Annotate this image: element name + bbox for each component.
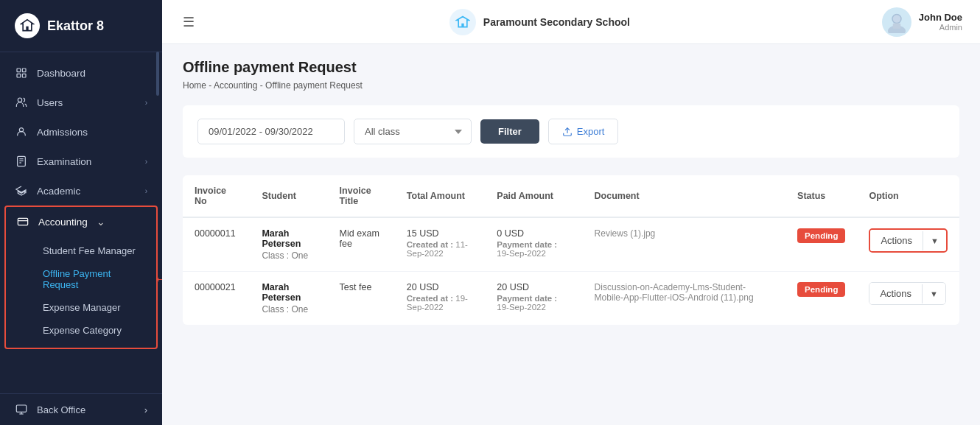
- back-office-chevron-icon: ›: [144, 404, 147, 415]
- document-2: Discussion-on-Academy-Lms-Student-Mobile…: [583, 272, 786, 326]
- sidebar-logo: Ekattor 8: [0, 0, 162, 52]
- actions-label-2[interactable]: Actions: [869, 283, 922, 304]
- logo-text: Ekattor 8: [47, 18, 104, 34]
- page-title: Offline payment Request: [183, 59, 959, 76]
- status-badge-2: Pending: [797, 282, 845, 297]
- accounting-chevron-icon: ⌄: [97, 216, 105, 228]
- actions-dropdown-1[interactable]: Actions ▼: [869, 228, 948, 253]
- examination-icon: [15, 155, 28, 168]
- breadcrumb-home[interactable]: Home: [183, 80, 206, 91]
- invoice-no-1: 00000011: [183, 217, 250, 272]
- total-amount-1: 15 USD Created at : 11-Sep-2022: [395, 217, 486, 272]
- sidebar-item-expense-category[interactable]: Expense Category: [6, 319, 156, 342]
- users-icon: [15, 96, 28, 109]
- red-arrow-icon: ←: [153, 270, 162, 289]
- option-1: Actions ▼: [857, 217, 959, 272]
- admissions-icon: [15, 125, 28, 138]
- student-class-2: Class : One: [262, 304, 315, 315]
- actions-dropdown-2[interactable]: Actions ▼: [869, 282, 946, 305]
- total-amount-2: 20 USD Created at : 19-Sep-2022: [395, 272, 486, 326]
- paid-amount-1: 0 USD Payment date : 19-Sep-2022: [485, 217, 582, 272]
- date-range-input[interactable]: [197, 119, 345, 144]
- actions-label-1[interactable]: Actions: [870, 230, 923, 251]
- sidebar-accounting-group: Accounting ⌄ Student Fee Manager Offline…: [4, 206, 158, 349]
- svg-rect-2: [17, 74, 21, 77]
- back-office-icon: [15, 403, 28, 416]
- sidebar-item-examination[interactable]: Examination ›: [0, 147, 162, 176]
- col-status: Status: [785, 175, 857, 217]
- academic-chevron-icon: ›: [145, 187, 147, 195]
- breadcrumb-sep2: -: [260, 80, 265, 91]
- status-1: Pending: [785, 217, 857, 272]
- sidebar-item-label-accounting: Accounting: [38, 217, 88, 228]
- menu-toggle-button[interactable]: ☰: [180, 11, 197, 33]
- page-content: Offline payment Request Home - Accountin…: [162, 44, 980, 425]
- invoice-no-2: 00000021: [183, 272, 250, 326]
- user-name: John Doe: [919, 12, 962, 23]
- sidebar-item-back-office[interactable]: Back Office ›: [0, 393, 162, 425]
- breadcrumb-current: Offline payment Request: [265, 80, 363, 91]
- sidebar-item-academic[interactable]: Academic ›: [0, 176, 162, 206]
- user-role: Admin: [919, 23, 962, 32]
- sidebar: Ekattor 8 Dashboard Users › Admissions: [0, 0, 162, 425]
- sidebar-item-label-academic: Academic: [37, 186, 136, 197]
- col-student: Student: [250, 175, 327, 217]
- school-icon: [449, 9, 476, 35]
- col-invoice-title: Invoice Title: [328, 175, 395, 217]
- actions-arrow-2[interactable]: ▼: [922, 284, 945, 303]
- student-class-1: Class : One: [262, 250, 315, 261]
- sidebar-item-label-examination: Examination: [37, 156, 136, 167]
- avatar: [882, 7, 911, 37]
- student-2: Marah Petersen Class : One: [250, 272, 327, 326]
- sidebar-item-label-dashboard: Dashboard: [37, 68, 147, 79]
- data-table: Invoice No Student Invoice Title Total A…: [183, 175, 959, 325]
- school-info: Paramount Secondary School: [209, 9, 870, 35]
- paid-amount-2: 20 USD Payment date : 19-Sep-2022: [485, 272, 582, 326]
- status-badge-1: Pending: [797, 228, 845, 243]
- school-name: Paramount Secondary School: [483, 16, 630, 28]
- sidebar-item-accounting[interactable]: Accounting ⌄: [6, 207, 156, 236]
- examination-chevron-icon: ›: [145, 158, 147, 166]
- student-name-2: Marah Petersen: [262, 282, 315, 303]
- document-1: Reviews (1).jpg: [583, 217, 786, 272]
- dashboard-icon: [15, 66, 28, 80]
- user-info: John Doe Admin: [919, 12, 962, 32]
- svg-point-17: [893, 15, 901, 23]
- accounting-icon: [16, 215, 29, 228]
- export-button[interactable]: Export: [548, 119, 619, 144]
- table-row: 00000021 Marah Petersen Class : One Test…: [183, 272, 959, 326]
- sidebar-item-users[interactable]: Users ›: [0, 88, 162, 117]
- breadcrumb-section[interactable]: Accounting: [214, 80, 257, 91]
- student-1: Marah Petersen Class : One: [250, 217, 327, 272]
- sidebar-nav: Dashboard Users › Admissions Examination…: [0, 52, 162, 393]
- sidebar-item-student-fee-manager[interactable]: Student Fee Manager: [6, 239, 156, 262]
- col-document: Document: [583, 175, 786, 217]
- class-select[interactable]: All classOneTwoThree: [354, 119, 472, 144]
- svg-rect-18: [893, 23, 901, 29]
- sidebar-item-admissions[interactable]: Admissions: [0, 117, 162, 147]
- option-2: Actions ▼: [857, 272, 959, 326]
- sidebar-item-offline-payment-request[interactable]: Offline Payment Request ←: [6, 262, 156, 296]
- svg-rect-1: [22, 69, 26, 72]
- status-2: Pending: [785, 272, 857, 326]
- student-name-1: Marah Petersen: [262, 228, 315, 249]
- svg-rect-12: [16, 405, 26, 412]
- svg-rect-6: [18, 156, 26, 166]
- col-total-amount: Total Amount: [395, 175, 486, 217]
- sidebar-item-expense-manager[interactable]: Expense Manager: [6, 296, 156, 319]
- filter-bar: All classOneTwoThree Filter Export: [183, 105, 959, 158]
- svg-rect-0: [17, 69, 21, 72]
- sidebar-item-dashboard[interactable]: Dashboard: [0, 58, 162, 88]
- table-row: 00000011 Marah Petersen Class : One Mid …: [183, 217, 959, 272]
- sidebar-item-label-back-office: Back Office: [37, 404, 85, 415]
- export-icon: [562, 127, 573, 137]
- filter-button[interactable]: Filter: [480, 119, 539, 144]
- invoice-title-1: Mid exam fee: [328, 217, 395, 272]
- svg-rect-10: [18, 218, 27, 225]
- main-content: ☰ Paramount Secondary School John Doe: [162, 0, 980, 425]
- svg-rect-3: [22, 74, 26, 77]
- col-paid-amount: Paid Amount: [485, 175, 582, 217]
- sidebar-item-label-admissions: Admissions: [37, 127, 147, 138]
- breadcrumb: Home - Accounting - Offline payment Requ…: [183, 80, 959, 91]
- actions-arrow-1[interactable]: ▼: [923, 231, 946, 250]
